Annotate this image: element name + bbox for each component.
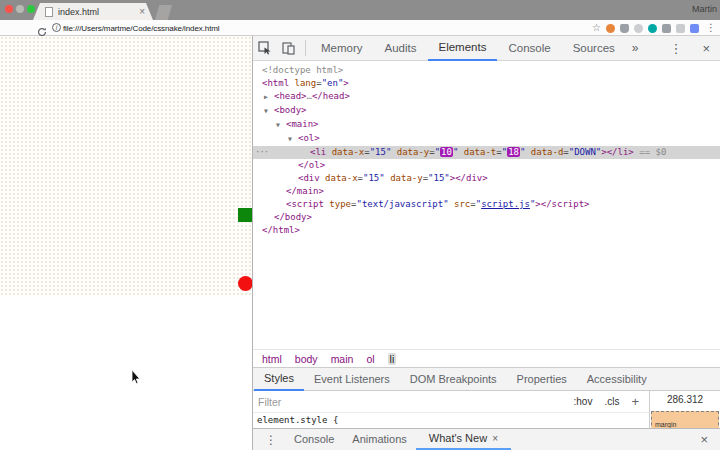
dom-tree-node[interactable]: </main>: [253, 185, 720, 198]
mouse-cursor: [131, 370, 142, 389]
code-token: <main>: [286, 119, 319, 129]
code-token: data-y: [390, 173, 423, 183]
code-token: == $0: [634, 147, 667, 157]
box-model-pane: 286.312 margin: [649, 391, 720, 428]
extension-icon-3[interactable]: [634, 24, 643, 33]
breadcrumb-li[interactable]: li: [388, 353, 397, 365]
expanded-arrow-icon[interactable]: ▼: [276, 119, 286, 132]
tab-close-icon[interactable]: ×: [139, 7, 145, 17]
code-token: "DOWN": [569, 147, 602, 157]
devtools-tab-audits[interactable]: Audits: [374, 36, 428, 61]
drawer-menu-icon[interactable]: ⋮: [253, 433, 285, 447]
code-token: >: [343, 78, 348, 88]
dom-tree-node[interactable]: <!doctype html>: [253, 64, 720, 77]
bookmark-star-icon[interactable]: ☆: [592, 23, 601, 33]
dom-tree-node[interactable]: <script type="text/javascript" src="scri…: [253, 198, 720, 211]
devtools-panel: Memory Audits Elements Console Sources »…: [252, 36, 720, 450]
code-token: <head>: [274, 91, 307, 101]
devtools-close-icon[interactable]: ×: [692, 41, 720, 56]
address-bar[interactable]: file:///Users/martme/Code/cssnake/index.…: [63, 24, 220, 33]
extension-icon-4[interactable]: [648, 24, 657, 33]
dom-tree-node[interactable]: ▼<ol>: [253, 132, 720, 146]
extension-icon-1[interactable]: [606, 24, 615, 33]
drawer-tab-label: What's New: [429, 429, 487, 448]
extension-icon-2[interactable]: [620, 24, 629, 33]
code-token: data-d: [531, 147, 564, 157]
dom-tree-node[interactable]: <div data-x="15" data-y="15"></div>: [253, 172, 720, 185]
dom-tree-node[interactable]: </html>: [253, 224, 720, 237]
drawer-tab-close-icon[interactable]: ×: [492, 429, 498, 448]
devtools-tab-console[interactable]: Console: [497, 36, 561, 61]
devtools-menu-icon[interactable]: ⋮: [659, 41, 692, 56]
code-token: "15": [363, 173, 385, 183]
tab-accessibility[interactable]: Accessibility: [577, 368, 657, 391]
devtools-tab-elements[interactable]: Elements: [428, 36, 498, 61]
class-toggle[interactable]: .cls: [598, 396, 625, 407]
devtools-tab-memory[interactable]: Memory: [310, 36, 374, 61]
code-token: </body>: [274, 212, 312, 222]
drawer-tab-whats-new[interactable]: What's New ×: [416, 429, 511, 450]
cast-icon[interactable]: [662, 24, 671, 33]
code-token: <script: [286, 199, 329, 209]
breadcrumb-main[interactable]: main: [331, 353, 354, 365]
minimize-window-button[interactable]: [16, 5, 24, 13]
dom-tree: <!doctype html><html lang="en">▶<head>…<…: [253, 61, 720, 349]
browser-menu-icon[interactable]: ⋮: [704, 23, 716, 33]
browser-tab[interactable]: index.html ×: [33, 3, 153, 20]
drawer-tab-console[interactable]: Console: [285, 429, 343, 450]
food-dot: [238, 276, 253, 291]
code-token: <li: [310, 147, 332, 157]
devtools-tab-sources[interactable]: Sources: [562, 36, 626, 61]
dom-tree-node[interactable]: </body>: [253, 211, 720, 224]
breadcrumb: html body main ol li: [253, 349, 720, 367]
close-window-button[interactable]: [5, 5, 13, 13]
new-tab-button[interactable]: [155, 5, 172, 20]
collapsed-arrow-icon[interactable]: ▶: [264, 91, 274, 104]
open-brace: {: [333, 415, 338, 425]
tab-event-listeners[interactable]: Event Listeners: [304, 368, 400, 391]
code-token: <ol>: [298, 133, 320, 143]
extension-icon-7[interactable]: [690, 24, 699, 33]
devtools-toolbar-right: ⋮ ×: [659, 41, 720, 56]
reload-icon[interactable]: [37, 23, 47, 33]
devtools-drawer: ⋮ Console Animations What's New × ×: [253, 428, 720, 450]
window-titlebar: index.html × Martin: [0, 0, 720, 20]
code-token: ></script>: [535, 199, 589, 209]
dom-tree-node[interactable]: </ol>: [253, 159, 720, 172]
more-tabs-icon[interactable]: »: [626, 41, 645, 55]
breadcrumb-body[interactable]: body: [295, 353, 318, 365]
box-model-margin[interactable]: margin: [651, 411, 719, 428]
breadcrumb-ol[interactable]: ol: [366, 353, 374, 365]
dom-tree-node[interactable]: ▶<head>…</head>: [253, 90, 720, 104]
dom-tree-node[interactable]: <html lang="en">: [253, 77, 720, 90]
tab-styles[interactable]: Styles: [254, 368, 304, 391]
tab-properties[interactable]: Properties: [507, 368, 577, 391]
dom-tree-node[interactable]: ···<li data-x="15" data-y="10" data-t="1…: [253, 146, 720, 159]
breadcrumb-html[interactable]: html: [262, 353, 282, 365]
dom-tree-node[interactable]: ▼<body>: [253, 104, 720, 118]
extension-icon-6[interactable]: [676, 24, 685, 33]
element-style-selector[interactable]: element.style: [257, 415, 327, 425]
tab-title: index.html: [58, 7, 139, 17]
inspect-element-icon[interactable]: [253, 36, 277, 60]
drawer-tab-animations[interactable]: Animations: [343, 429, 415, 450]
code-token: data-x: [332, 147, 365, 157]
code-token: "15": [428, 173, 450, 183]
code-token: "15": [370, 147, 392, 157]
tab-dom-breakpoints[interactable]: DOM Breakpoints: [400, 368, 507, 391]
zoom-window-button[interactable]: [27, 5, 35, 13]
code-token: data-x: [325, 173, 358, 183]
code-token: src: [454, 199, 470, 209]
node-menu-ellipsis-icon[interactable]: ···: [255, 146, 268, 159]
expanded-arrow-icon[interactable]: ▼: [288, 133, 298, 146]
pseudo-state-toggle[interactable]: :hov: [568, 396, 599, 407]
expanded-arrow-icon[interactable]: ▼: [264, 105, 274, 118]
page-info-icon[interactable]: i: [52, 23, 61, 32]
device-toolbar-icon[interactable]: [277, 36, 301, 60]
drawer-close-icon[interactable]: ×: [688, 432, 720, 447]
new-style-rule-icon[interactable]: +: [625, 394, 645, 409]
script-src-link[interactable]: script.js: [481, 199, 530, 209]
code-token: "text/javascript": [356, 199, 448, 209]
dom-tree-node[interactable]: ▼<main>: [253, 118, 720, 132]
filter-input[interactable]: [258, 396, 568, 408]
